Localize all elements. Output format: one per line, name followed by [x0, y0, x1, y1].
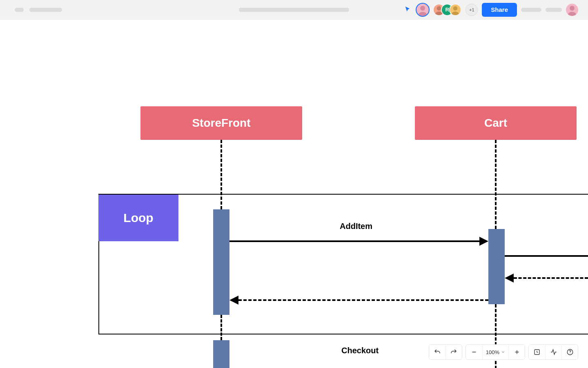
svg-point-0 [420, 6, 425, 11]
message-line-return[interactable] [238, 299, 488, 301]
message-label-additem[interactable]: AddItem [340, 222, 372, 231]
zoom-level[interactable]: 100% [482, 345, 508, 359]
lifeline-storefront[interactable]: StoreFront [140, 106, 302, 140]
arrowhead-icon [479, 237, 488, 246]
message-line-external-return[interactable] [514, 277, 588, 279]
menu-placeholder[interactable] [15, 8, 24, 12]
arrowhead-icon [505, 274, 514, 283]
header-placeholder[interactable] [546, 8, 562, 12]
arrowhead-icon [229, 296, 238, 305]
brand-placeholder [29, 8, 62, 12]
diagram-canvas[interactable]: StoreFront Cart Loop AddItem Checkout [0, 20, 588, 368]
presenter-avatar[interactable] [416, 4, 429, 16]
share-button[interactable]: Share [482, 3, 517, 17]
activation-cart[interactable] [488, 229, 505, 304]
lifeline-stem [495, 140, 497, 229]
redo-button[interactable] [445, 345, 462, 359]
zoom-out-button[interactable] [466, 345, 482, 359]
message-label-checkout[interactable]: Checkout [341, 346, 379, 355]
loop-fragment-label[interactable]: Loop [98, 195, 178, 241]
collab-avatar[interactable] [449, 4, 461, 16]
loop-frame-bottom[interactable] [98, 334, 588, 334]
lifeline-cart[interactable]: Cart [415, 106, 577, 140]
history-button[interactable] [529, 345, 545, 359]
zoom-value: 100% [486, 349, 499, 355]
more-collaborators[interactable]: +1 [466, 4, 478, 16]
doc-title-placeholder[interactable] [239, 8, 349, 12]
header-placeholder[interactable] [521, 8, 541, 12]
message-line-external-call[interactable] [505, 255, 588, 257]
collaborator-avatars[interactable]: R [433, 4, 461, 16]
view-controls: 100% [429, 344, 578, 360]
activity-button[interactable] [545, 345, 561, 359]
app-header: R +1 Share [0, 0, 588, 20]
activation-storefront[interactable] [213, 209, 229, 315]
zoom-in-button[interactable] [508, 345, 525, 359]
follow-cursor-icon [404, 6, 411, 14]
undo-button[interactable] [429, 345, 445, 359]
chevron-down-icon [501, 350, 505, 354]
svg-point-2 [453, 6, 457, 10]
svg-point-37 [570, 353, 570, 354]
me-avatar[interactable] [566, 4, 578, 16]
lifeline-stem [220, 140, 222, 209]
activation-storefront-2[interactable] [213, 340, 229, 368]
svg-point-3 [570, 6, 575, 11]
svg-point-1 [437, 6, 441, 10]
lifeline-stem [220, 315, 222, 340]
help-button[interactable] [561, 345, 578, 359]
message-line-additem[interactable] [229, 240, 481, 242]
